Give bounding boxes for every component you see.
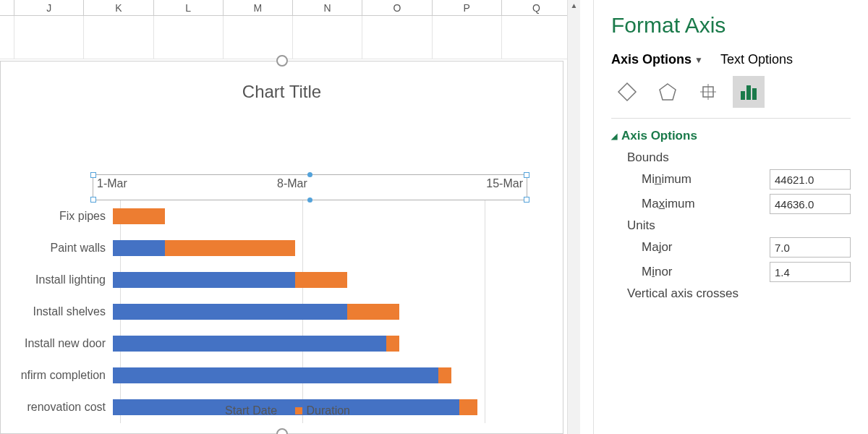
horizontal-axis-selection[interactable] — [93, 174, 527, 200]
svg-rect-7 — [752, 88, 757, 100]
col-M[interactable]: M — [224, 0, 293, 15]
col-stub — [0, 0, 14, 15]
bar-segment-start-date[interactable] — [113, 272, 295, 288]
category-label: Install lighting — [1, 273, 113, 286]
legend-item-start-date: Start Date — [213, 404, 277, 417]
bar-track — [113, 367, 503, 383]
category-label: Install shelves — [1, 305, 113, 318]
maximum-input[interactable] — [770, 194, 851, 214]
legend-item-duration: Duration — [295, 404, 350, 417]
panel-tabs: Axis Options ▼ Text Options — [611, 52, 851, 67]
col-O[interactable]: O — [362, 0, 432, 15]
bar-segment-duration[interactable] — [438, 367, 451, 383]
x-tick-0: 1-Mar — [97, 177, 127, 190]
bar-segment-start-date[interactable] — [113, 336, 386, 352]
bar-segment-duration[interactable] — [347, 304, 399, 320]
bar-segment-start-date[interactable] — [113, 367, 438, 383]
vertical-scrollbar[interactable]: ▲ — [567, 0, 580, 434]
minor-label: Minor — [642, 265, 673, 279]
x-tick-1: 8-Mar — [277, 177, 307, 190]
category-label: Fix pipes — [1, 210, 113, 223]
svg-marker-0 — [618, 83, 636, 101]
category-label: Install new door — [1, 337, 113, 350]
axis-options-icon[interactable] — [733, 76, 765, 108]
bar-track — [113, 208, 503, 224]
bar-segment-duration[interactable] — [165, 240, 295, 256]
col-N[interactable]: N — [293, 0, 362, 15]
bar-segment-start-date[interactable] — [113, 304, 347, 320]
bar-track — [113, 336, 503, 352]
svg-rect-6 — [746, 85, 751, 100]
svg-rect-5 — [741, 91, 745, 100]
col-J[interactable]: J — [14, 0, 84, 15]
minimum-label: Minimum — [642, 172, 692, 187]
tab-axis-options[interactable]: Axis Options ▼ — [611, 52, 703, 67]
minor-input[interactable] — [770, 262, 851, 282]
vertical-axis-crosses-label: Vertical axis crosses — [627, 286, 851, 301]
grid-cells[interactable] — [0, 16, 571, 59]
legend-swatch-orange — [295, 407, 302, 414]
svg-marker-1 — [660, 84, 676, 100]
chart-legend[interactable]: Start Date Duration — [1, 404, 563, 417]
fill-line-icon[interactable] — [611, 76, 643, 108]
bar-segment-duration[interactable] — [386, 336, 399, 352]
bounds-label: Bounds — [627, 150, 851, 165]
legend-swatch-blue — [213, 407, 221, 414]
major-input[interactable] — [770, 237, 851, 258]
chart-title[interactable]: Chart Title — [1, 61, 563, 102]
bar-segment-start-date[interactable] — [113, 240, 165, 256]
column-headers: J K L M N O P Q — [0, 0, 571, 16]
col-P[interactable]: P — [433, 0, 502, 15]
panel-icon-row — [611, 76, 851, 108]
category-label: nfirm completion — [1, 369, 113, 382]
col-L[interactable]: L — [154, 0, 224, 15]
bar-track — [113, 240, 503, 256]
chevron-down-icon: ▼ — [694, 55, 703, 65]
maximum-label: Maximum — [642, 197, 695, 211]
col-Q[interactable]: Q — [502, 0, 571, 15]
bar-track — [113, 272, 503, 288]
chart-resize-handle-top[interactable] — [276, 55, 288, 67]
format-axis-panel: Format Axis Axis Options ▼ Text Options … — [593, 0, 868, 434]
col-K[interactable]: K — [84, 0, 153, 15]
category-label: Paint walls — [1, 242, 113, 255]
bar-track — [113, 304, 503, 320]
minimum-input[interactable] — [770, 169, 851, 190]
bar-segment-duration[interactable] — [113, 208, 165, 224]
effects-icon[interactable] — [652, 76, 684, 108]
collapse-triangle-icon: ◢ — [611, 132, 617, 141]
chart-object[interactable]: Chart Title 1-Mar 8-Mar 15-Mar Fix pipes… — [0, 61, 563, 434]
plot-area: Fix pipesPaint wallsInstall lightingInst… — [1, 200, 564, 434]
major-label: Major — [642, 240, 673, 255]
x-tick-2: 15-Mar — [486, 177, 523, 190]
tab-text-options[interactable]: Text Options — [720, 52, 793, 67]
panel-title: Format Axis — [611, 13, 851, 38]
section-axis-options[interactable]: ◢Axis Options — [611, 129, 851, 143]
scroll-up-icon[interactable]: ▲ — [569, 1, 579, 12]
size-properties-icon[interactable] — [692, 76, 724, 108]
units-label: Units — [627, 218, 851, 233]
bar-segment-duration[interactable] — [295, 272, 347, 288]
